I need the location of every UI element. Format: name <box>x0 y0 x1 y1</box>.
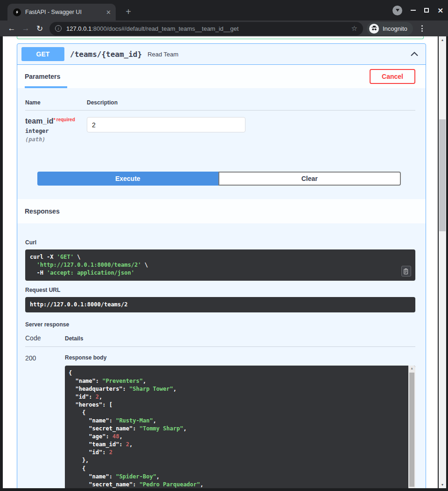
back-button[interactable]: ← <box>5 24 19 33</box>
inner-scrollbar-thumb[interactable] <box>409 373 414 487</box>
tab-strip: FastAPI - Swagger UI ✕ + ✕ <box>0 0 448 21</box>
parameters-section-header: Parameters Cancel <box>17 65 426 88</box>
incognito-icon <box>369 24 379 34</box>
forward-button[interactable]: → <box>19 24 33 33</box>
clear-button[interactable]: Clear <box>218 172 401 186</box>
new-tab-button[interactable]: + <box>122 6 134 18</box>
response-body-block: { "name": "Preventers", "headquarters": … <box>65 366 415 488</box>
copy-to-clipboard-button[interactable] <box>401 266 411 277</box>
reload-button[interactable]: ↻ <box>33 24 47 34</box>
request-url-block: http://127.0.0.1:8000/teams/2 <box>25 297 415 312</box>
parameter-row: team_id*required integer (path) <box>25 111 415 143</box>
responses-title: Responses <box>25 207 60 215</box>
responses-content: Curl curl -X 'GET' \ 'http://127.0.0.1:8… <box>17 223 426 488</box>
cancel-button[interactable]: Cancel <box>370 69 415 84</box>
tab-parameters[interactable]: Parameters <box>25 73 60 80</box>
required-label: required <box>56 117 75 122</box>
responses-section-header: Responses <box>17 199 426 223</box>
response-table-header: Code Details <box>25 334 415 347</box>
curl-label: Curl <box>25 239 415 246</box>
status-code: 200 <box>25 354 65 488</box>
previous-opblock-bottom-edge <box>17 36 424 39</box>
page-content: GET /teams/{team_id} Read Team Parameter… <box>3 36 438 488</box>
tab-active-underline <box>25 86 67 88</box>
tab-title: FastAPI - Swagger UI <box>25 9 102 15</box>
page-scrollbar[interactable]: ▲ ▼ <box>439 36 446 488</box>
url-text: 127.0.0.1:8000/docs#/default/read_team_t… <box>66 25 348 32</box>
tab-close-icon[interactable]: ✕ <box>106 9 111 16</box>
chevron-up-icon[interactable] <box>410 49 419 59</box>
browser-tab[interactable]: FastAPI - Swagger UI ✕ <box>7 4 116 21</box>
page-info-icon[interactable]: i <box>55 25 62 32</box>
curl-command-block: curl -X 'GET' \ 'http://127.0.0.1:8000/t… <box>25 249 415 281</box>
parameters-table: Name Description team_id*required intege… <box>17 88 426 186</box>
incognito-label: Incognito <box>383 25 407 32</box>
description-column-header: Description <box>87 99 118 106</box>
code-column-header: Code <box>25 334 65 342</box>
execute-row: Execute Clear <box>37 172 401 186</box>
details-column-header: Details <box>65 334 83 342</box>
inner-scroll-up-icon: ▲ <box>408 367 415 371</box>
method-badge: GET <box>21 47 64 61</box>
server-response-label: Server response <box>25 321 415 328</box>
bookmark-star-icon[interactable]: ☆ <box>351 24 357 33</box>
parameter-location: (path) <box>25 136 87 143</box>
response-body-label: Response body <box>65 354 415 361</box>
execute-button[interactable]: Execute <box>37 172 218 186</box>
scroll-up-icon[interactable]: ▲ <box>439 38 446 41</box>
window-maximize-button[interactable] <box>424 8 429 13</box>
get-opblock: GET /teams/{team_id} Read Team Parameter… <box>17 43 426 488</box>
response-row: 200 Response body { "name": "Preventers"… <box>25 354 415 488</box>
endpoint-summary: Read Team <box>147 51 178 58</box>
browser-toolbar: ← → ↻ i 127.0.0.1:8000/docs#/default/rea… <box>0 21 448 36</box>
name-column-header: Name <box>25 99 87 106</box>
endpoint-path: /teams/{team_id} <box>70 50 142 59</box>
address-bar[interactable]: i 127.0.0.1:8000/docs#/default/read_team… <box>49 22 363 35</box>
window-menu-icon[interactable] <box>392 6 402 15</box>
scrollbar-thumb[interactable] <box>439 119 446 231</box>
window-close-button[interactable]: ✕ <box>437 7 443 14</box>
browser-menu-button[interactable] <box>418 23 427 34</box>
fastapi-favicon-icon <box>13 8 21 16</box>
required-asterisk: * <box>53 117 55 123</box>
parameter-name: team_id*required <box>25 117 87 125</box>
parameter-type: integer <box>25 128 87 134</box>
opblock-header[interactable]: GET /teams/{team_id} Read Team <box>17 44 426 65</box>
incognito-badge: Incognito <box>367 22 413 35</box>
response-body-scrollbar[interactable]: ▲ <box>408 366 415 488</box>
team-id-input[interactable] <box>87 117 245 132</box>
window-minimize-button[interactable] <box>411 10 416 11</box>
request-url-label: Request URL <box>25 287 415 293</box>
scroll-down-icon[interactable]: ▼ <box>439 483 446 486</box>
